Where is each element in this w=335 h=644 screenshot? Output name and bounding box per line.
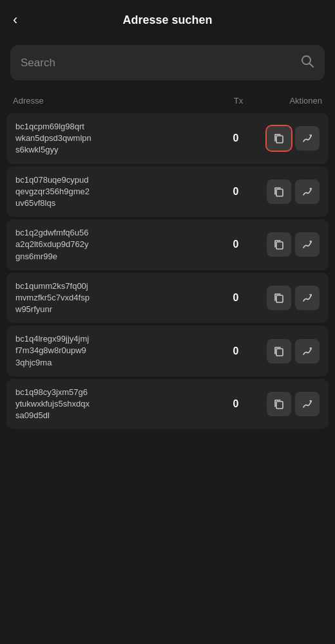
search-icon (300, 54, 314, 71)
actions-cell (255, 392, 320, 416)
copy-button[interactable] (267, 392, 291, 416)
svg-rect-3 (276, 189, 283, 196)
copy-button[interactable] (267, 126, 291, 151)
actions-cell (255, 286, 320, 310)
copy-button[interactable] (267, 179, 291, 204)
address-text: bc1q98cy3jxm57g6 ytukwxkfujs5shxdqx sa09… (15, 387, 216, 422)
table-row: bc1qumm2ks7fq00j mvmzfkr5c7vxd4fsp w95rf… (6, 273, 329, 324)
table-row: bc1q2gdwfmfq6u56 a2q2lt6xdup9d762y gns6m… (6, 219, 329, 270)
svg-rect-6 (276, 349, 283, 356)
sign-button[interactable] (295, 126, 320, 151)
tx-value: 0 (216, 239, 255, 250)
address-text: bc1q078uqe9cypud qevgzqr356h9gme2 uv65vf… (15, 174, 216, 210)
table-header: Adresse Tx Aktionen (0, 91, 335, 111)
actions-cell (255, 232, 320, 257)
copy-button[interactable] (267, 232, 291, 257)
table-row: bc1q98cy3jxm57g6 ytukwxkfujs5shxdqx sa09… (6, 379, 329, 430)
address-text: bc1qumm2ks7fq00j mvmzfkr5c7vxd4fsp w95rf… (15, 281, 216, 316)
address-text: bc1q2gdwfmfq6u56 a2q2lt6xdup9d762y gns6m… (15, 227, 216, 262)
sign-button[interactable] (295, 286, 320, 310)
col-header-address: Adresse (13, 96, 219, 106)
actions-cell (255, 339, 320, 363)
tx-value: 0 (216, 292, 255, 304)
sign-button[interactable] (295, 232, 320, 257)
col-header-tx: Tx (219, 96, 258, 106)
sign-button[interactable] (295, 179, 320, 204)
copy-button[interactable] (267, 339, 291, 363)
actions-cell (255, 126, 320, 151)
sign-button[interactable] (295, 392, 320, 416)
address-text: bc1qcpm69lg98qrt wkan5dpsd3qwmlpn s6kwkl… (15, 121, 216, 156)
table-body: bc1qcpm69lg98qrt wkan5dpsd3qwmlpn s6kwkl… (0, 113, 335, 429)
copy-button[interactable] (267, 286, 291, 310)
tx-value: 0 (216, 345, 255, 357)
svg-rect-4 (276, 242, 283, 249)
tx-value: 0 (216, 186, 255, 198)
address-text: bc1q4lregx99jjy4jmj f7m34g8w8r0upw9 3qhj… (15, 333, 216, 369)
svg-line-1 (310, 64, 314, 68)
table-row: bc1qcpm69lg98qrt wkan5dpsd3qwmlpn s6kwkl… (6, 113, 329, 164)
header: ‹ Adresse suchen (0, 0, 335, 40)
sign-button[interactable] (295, 339, 320, 363)
actions-cell (255, 179, 320, 204)
search-input[interactable] (21, 57, 300, 69)
table-row: bc1q4lregx99jjy4jmj f7m34g8w8r0upw9 3qhj… (6, 326, 329, 376)
search-bar (10, 45, 325, 80)
tx-value: 0 (216, 133, 255, 144)
page-title: Adresse suchen (122, 14, 212, 27)
table-row: bc1q078uqe9cypud qevgzqr356h9gme2 uv65vf… (6, 167, 329, 217)
svg-rect-2 (276, 136, 283, 143)
svg-rect-7 (276, 401, 283, 409)
svg-rect-5 (276, 295, 283, 302)
tx-value: 0 (216, 398, 255, 410)
col-header-actions: Aktionen (258, 96, 322, 106)
back-button[interactable]: ‹ (13, 10, 23, 30)
